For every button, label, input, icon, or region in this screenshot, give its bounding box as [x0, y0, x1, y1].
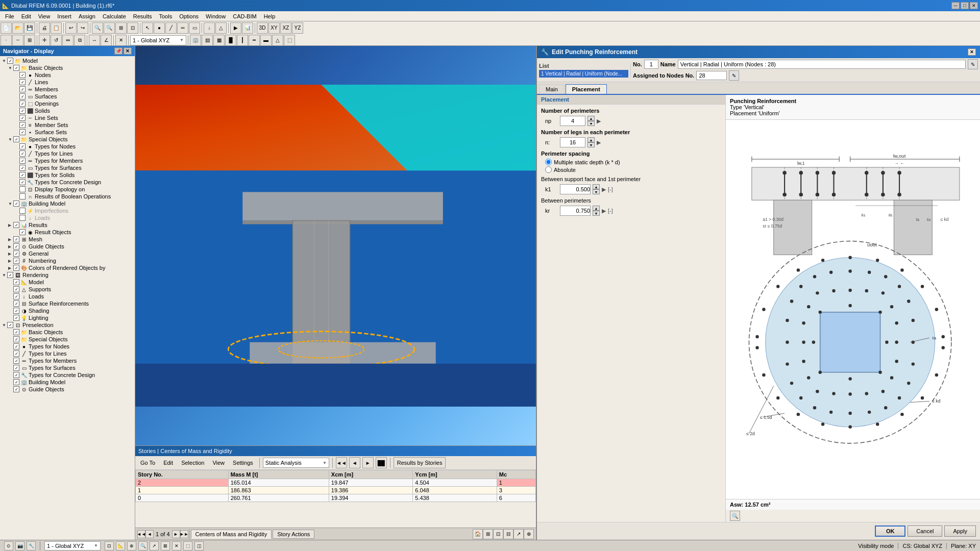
n-input[interactable]	[560, 137, 585, 147]
tab-last[interactable]: ►►	[180, 530, 188, 538]
nav-render-surface-reinf[interactable]: ⊟ Surface Reinforcements	[1, 300, 134, 307]
menu-edit[interactable]: Edit	[18, 12, 34, 20]
tb-wall[interactable]: █	[225, 35, 236, 46]
tb-floor[interactable]: ▤	[202, 35, 213, 46]
nav-types-concrete[interactable]: 🔧 Types for Concrete Design	[1, 179, 134, 186]
bottom-edit[interactable]: Edit	[160, 459, 176, 466]
nav-numbering[interactable]: ▶ # Numbering	[1, 257, 134, 264]
tb-mirror[interactable]: ⇔	[62, 35, 74, 46]
radio-multiple-input[interactable]	[545, 159, 552, 165]
nav-line-sets[interactable]: ╌ Line Sets	[1, 114, 134, 121]
nav-render-model[interactable]: 📐 Model	[1, 279, 134, 286]
nav-pre-types-lines[interactable]: ╱ Types for Lines	[1, 350, 134, 357]
nav-special-objects[interactable]: ▼ 📁 Special Objects	[1, 136, 134, 143]
nav-nodes-checkbox[interactable]	[19, 72, 26, 78]
tb-new[interactable]: 📄	[1, 22, 12, 34]
nav-result-objects-checkbox[interactable]	[19, 229, 26, 235]
nav-openings[interactable]: ⬚ Openings	[1, 100, 134, 107]
nav-lines-checkbox[interactable]	[19, 79, 26, 85]
nav-types-lines-checkbox[interactable]	[19, 151, 26, 157]
tb-save[interactable]: 💾	[24, 22, 35, 34]
menu-insert[interactable]: Insert	[54, 12, 75, 20]
nav-pre-types-members[interactable]: ═ Types for Members	[1, 357, 134, 364]
3d-view[interactable]	[135, 46, 536, 445]
tb-column[interactable]: ┃	[237, 35, 248, 46]
nav-surfaces-checkbox[interactable]	[19, 93, 26, 99]
tab-placement[interactable]: Placement	[566, 84, 607, 94]
nav-render-supports[interactable]: △ Supports	[1, 286, 134, 293]
ok-button[interactable]: OK	[875, 525, 905, 537]
tab-next[interactable]: ►	[172, 530, 180, 538]
nav-pre-types-surfaces[interactable]: ▭ Types for Surfaces	[1, 364, 134, 371]
tb-view1[interactable]: 3D	[257, 22, 268, 34]
nav-pre-types-nodes-checkbox[interactable]	[13, 343, 19, 349]
nav-types-lines[interactable]: ╱ Types for Lines	[1, 150, 134, 157]
bottom-icon3[interactable]: ►	[362, 457, 374, 468]
tb-copy[interactable]: ⧉	[74, 35, 85, 46]
view-icon-1[interactable]: 🏠	[473, 529, 483, 539]
nav-rendering[interactable]: ▼ 🖼 Rendering	[1, 271, 134, 279]
status-icon2[interactable]: 📷	[15, 541, 24, 550]
apply-button[interactable]: Apply	[944, 525, 976, 537]
status-tb3[interactable]: ⊕	[127, 541, 136, 550]
tb-snap-line[interactable]: ╌	[12, 35, 23, 46]
nav-guide-objects-checkbox[interactable]	[13, 243, 19, 249]
nav-types-solids[interactable]: ⬛ Types for Solids	[1, 171, 134, 179]
view-icon-5[interactable]: ↗	[513, 529, 524, 539]
menu-options[interactable]: Options	[176, 12, 202, 20]
status-tb5[interactable]: ↗	[150, 541, 159, 550]
nav-surfaces[interactable]: ▭ Surfaces	[1, 93, 134, 100]
nav-types-surfaces-checkbox[interactable]	[19, 165, 26, 171]
nav-pre-types-members-checkbox[interactable]	[13, 358, 19, 364]
maximize-button[interactable]: □	[961, 2, 969, 9]
nav-pre-special[interactable]: 📁 Special Objects	[1, 336, 134, 343]
menu-cad-bim[interactable]: CAD-BIM	[230, 12, 259, 20]
nav-pre-special-checkbox[interactable]	[13, 336, 19, 342]
nav-rendering-checkbox[interactable]	[7, 272, 13, 278]
nav-nodes[interactable]: ● Nodes	[1, 71, 134, 79]
tb-member[interactable]: ═	[177, 22, 188, 34]
nav-render-model-checkbox[interactable]	[13, 279, 19, 285]
status-tb2[interactable]: 📐	[116, 541, 125, 550]
close-button[interactable]: ✕	[970, 2, 978, 9]
navigator-pin[interactable]: 📌	[114, 47, 122, 55]
no-input[interactable]	[644, 60, 658, 69]
tab-first[interactable]: ◄◄	[137, 530, 145, 538]
tb-select[interactable]: ↖	[142, 22, 153, 34]
nav-special-checkbox[interactable]	[13, 136, 19, 142]
tb-zoom-all[interactable]: ⊞	[115, 22, 127, 34]
menu-assign[interactable]: Assign	[76, 12, 99, 20]
nav-numbering-checkbox[interactable]	[13, 258, 19, 264]
bottom-results-by-stories[interactable]: Results by Stories	[394, 457, 446, 468]
nav-building-checkbox[interactable]	[13, 201, 19, 207]
cancel-button[interactable]: Cancel	[908, 525, 942, 537]
tb-loads[interactable]: ↓	[204, 22, 215, 34]
nav-basic-objects[interactable]: ▼ 📁 Basic Objects	[1, 64, 134, 71]
assigned-edit-button[interactable]: ✎	[729, 70, 739, 81]
tb-viewyz[interactable]: YZ	[292, 22, 303, 34]
nav-types-members[interactable]: ═ Types for Members	[1, 157, 134, 164]
tb-zoom-out[interactable]: 🔍	[104, 22, 115, 34]
tab-story-actions[interactable]: Story Actions	[273, 530, 314, 539]
nav-boolean-results[interactable]: ∩ Results of Boolean Operations	[1, 193, 134, 200]
nav-line-sets-checkbox[interactable]	[19, 115, 26, 121]
bottom-settings[interactable]: Settings	[230, 459, 256, 466]
tab-prev[interactable]: ◄	[145, 530, 154, 538]
nav-preselection-checkbox[interactable]	[7, 322, 13, 328]
kr-input[interactable]	[560, 206, 591, 216]
tb-node[interactable]: ●	[154, 22, 165, 34]
nav-general[interactable]: ▶ ⚙ General	[1, 250, 134, 257]
nav-building-model[interactable]: ▼ 🏢 Building Model	[1, 200, 134, 207]
tb-beam[interactable]: ━	[249, 35, 260, 46]
status-tb9[interactable]: ◫	[194, 541, 204, 550]
nav-types-solids-checkbox[interactable]	[19, 172, 26, 178]
kr-up[interactable]: ▲	[593, 206, 600, 211]
radio-absolute[interactable]: Absolute	[545, 166, 721, 173]
nav-types-concrete-checkbox[interactable]	[19, 179, 26, 185]
dialog-list-item-1[interactable]: 1 Vertical | Radial | Uniform (Node...	[539, 70, 628, 78]
nav-surface-sets-checkbox[interactable]	[19, 129, 26, 135]
nav-render-loads-checkbox[interactable]	[13, 293, 19, 299]
nav-pre-types-concrete-checkbox[interactable]	[13, 372, 19, 378]
nav-shading[interactable]: ◑ Shading	[1, 307, 134, 314]
k1-input[interactable]	[560, 184, 591, 194]
